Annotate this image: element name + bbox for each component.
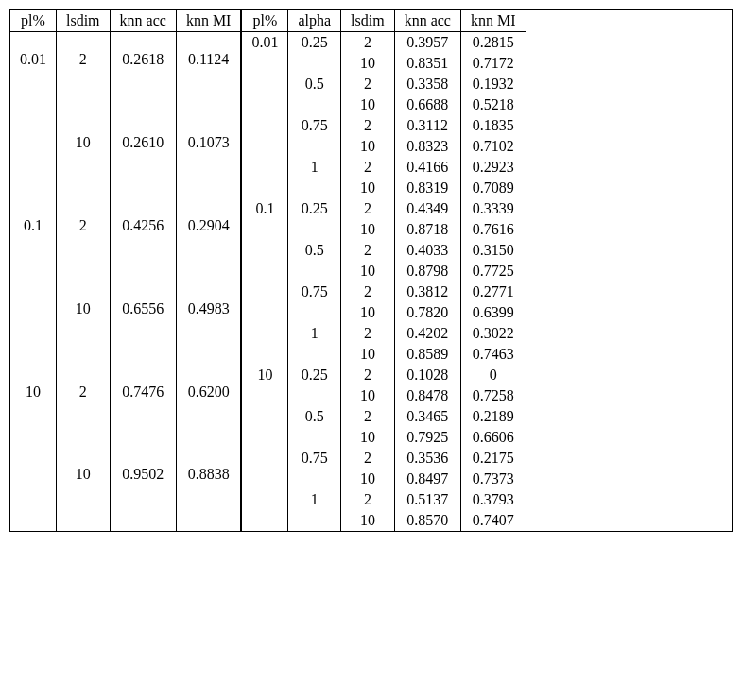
cell-mi: 0.7089 — [460, 178, 525, 198]
cell-acc: 0.8718 — [394, 219, 460, 240]
cell-pl — [242, 427, 288, 448]
cell-mi: 0.2904 — [176, 198, 241, 252]
cell-alpha — [288, 302, 341, 323]
cell-alpha — [288, 94, 341, 115]
cell-mi: 0.7463 — [460, 344, 525, 365]
cell-acc: 0.7476 — [110, 365, 176, 418]
cell-acc: 0.4166 — [394, 157, 460, 178]
cell-acc: 0.4256 — [110, 198, 176, 252]
cell-acc: 0.8570 — [394, 510, 460, 531]
cell-mi: 0.6606 — [460, 427, 525, 448]
cell-mi: 0.1932 — [460, 74, 525, 94]
cell-mi: 0.2771 — [460, 282, 525, 302]
cell-alpha — [288, 178, 341, 198]
table-row — [10, 418, 241, 428]
cell-acc: 0.3112 — [394, 115, 460, 136]
cell-pl — [242, 94, 288, 115]
cell-lsdim: 2 — [341, 32, 395, 54]
cell-lsdim — [57, 355, 111, 365]
cell-pl: 0.01 — [10, 32, 57, 87]
cell-pl — [242, 240, 288, 261]
cell-pl — [10, 428, 57, 437]
cell-acc: 0.3465 — [394, 406, 460, 427]
cell-lsdim: 2 — [341, 157, 395, 178]
cell-pl — [242, 406, 288, 427]
cell-lsdim — [57, 263, 111, 272]
cell-lsdim: 2 — [341, 448, 395, 469]
table-row — [10, 189, 241, 198]
cell-mi: 0.7172 — [460, 53, 525, 74]
table-row — [10, 263, 241, 272]
cell-acc: 0.7925 — [394, 427, 460, 448]
cell-lsdim — [57, 179, 111, 189]
cell-lsdim — [57, 418, 111, 428]
cell-lsdim: 2 — [341, 406, 395, 427]
cell-pl — [10, 282, 57, 335]
cell-acc: 0.4349 — [394, 198, 460, 219]
table-row — [10, 252, 241, 262]
cell-mi — [176, 272, 241, 282]
table-row: 0.520.33580.1932 — [242, 74, 525, 94]
col-header: lsdim — [57, 10, 111, 32]
table-row: 100.83190.7089 — [242, 178, 525, 198]
cell-pl — [242, 344, 288, 365]
col-header: pl% — [242, 10, 288, 32]
table-row: 1020.74760.6200 — [10, 365, 241, 418]
cell-pl: 10 — [10, 365, 57, 418]
col-header: knn MI — [460, 10, 525, 32]
cell-mi: 0.3793 — [460, 489, 525, 510]
cell-acc: 0.4033 — [394, 240, 460, 261]
cell-pl — [10, 345, 57, 354]
table-row: 0.10.2520.43490.3339 — [242, 198, 525, 219]
table-row — [10, 428, 241, 437]
table-row — [10, 179, 241, 189]
table-row — [10, 438, 241, 448]
cell-acc: 0.6556 — [110, 282, 176, 335]
cell-acc — [110, 272, 176, 282]
cell-pl — [10, 96, 57, 106]
cell-pl — [242, 385, 288, 406]
cell-alpha: 0.75 — [288, 282, 341, 302]
cell-lsdim — [57, 96, 111, 106]
cell-lsdim — [57, 189, 111, 198]
cell-pl — [10, 502, 57, 511]
cell-lsdim — [57, 106, 111, 115]
cell-lsdim — [57, 272, 111, 282]
cell-mi — [176, 511, 241, 521]
cell-acc: 0.9502 — [110, 448, 176, 502]
cell-alpha: 0.75 — [288, 448, 341, 469]
cell-mi: 0.1073 — [176, 116, 241, 170]
table-row: 120.41660.2923 — [242, 157, 525, 178]
table-row: 100.87180.7616 — [242, 219, 525, 240]
table-row — [10, 96, 241, 106]
cell-mi — [176, 521, 241, 531]
cell-mi: 0.2175 — [460, 448, 525, 469]
cell-acc: 0.8351 — [394, 53, 460, 74]
table-row: 120.51370.3793 — [242, 489, 525, 510]
cell-pl — [242, 469, 288, 489]
cell-pl — [10, 521, 57, 531]
cell-acc: 0.5137 — [394, 489, 460, 510]
cell-mi: 0.2923 — [460, 157, 525, 178]
cell-acc — [110, 87, 176, 96]
table-row: 100.83510.7172 — [242, 53, 525, 74]
col-header: pl% — [10, 10, 57, 32]
table-row — [10, 502, 241, 511]
cell-pl — [10, 179, 57, 189]
table-row: 100.65560.4983 — [10, 282, 241, 335]
table-header-row: pl% alpha lsdim knn acc knn MI — [242, 10, 525, 32]
cell-alpha: 0.25 — [288, 198, 341, 219]
cell-mi: 0.2815 — [460, 32, 525, 54]
table-row: 0.7520.35360.2175 — [242, 448, 525, 469]
cell-lsdim: 2 — [57, 198, 111, 252]
table-row: 100.26100.1073 — [10, 116, 241, 170]
cell-lsdim: 10 — [341, 469, 395, 489]
table-row: 0.520.40330.3150 — [242, 240, 525, 261]
cell-alpha — [288, 344, 341, 365]
cell-lsdim: 10 — [341, 302, 395, 323]
cell-acc: 0.1028 — [394, 365, 460, 385]
cell-pl: 0.01 — [242, 32, 288, 54]
cell-alpha: 0.5 — [288, 74, 341, 94]
table-row — [10, 272, 241, 282]
cell-acc: 0.6688 — [394, 94, 460, 115]
